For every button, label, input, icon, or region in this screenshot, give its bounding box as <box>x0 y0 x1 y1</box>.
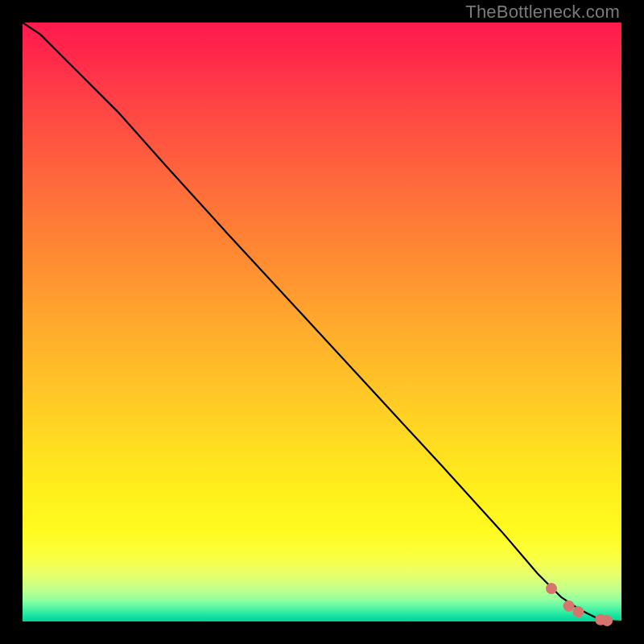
data-point <box>546 583 557 594</box>
main-curve <box>23 23 621 621</box>
curve-svg <box>23 23 621 621</box>
marker-group <box>406 412 621 626</box>
data-point <box>601 615 613 626</box>
chart-frame: TheBottleneck.com <box>0 0 644 644</box>
watermark-text: TheBottleneck.com <box>465 2 620 23</box>
data-point <box>564 601 575 612</box>
data-segment <box>439 452 463 478</box>
plot-area <box>23 23 621 621</box>
data-segment <box>466 482 475 493</box>
data-segment <box>477 496 495 517</box>
data-point <box>572 606 584 617</box>
